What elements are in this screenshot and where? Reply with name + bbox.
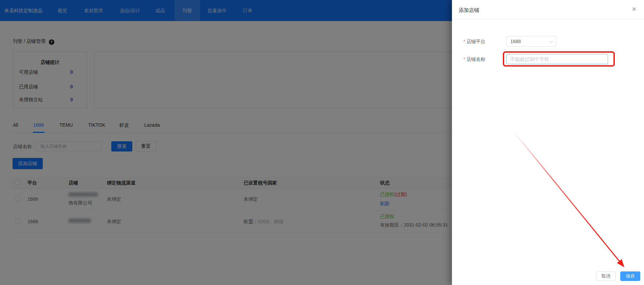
platform-field-label: *店铺平台	[463, 39, 485, 45]
chevron-down-icon	[549, 39, 552, 43]
platform-select-value: 1688	[510, 39, 521, 44]
save-button[interactable]: 保存	[620, 271, 640, 281]
cancel-button[interactable]: 取消	[596, 271, 616, 281]
required-asterisk: *	[463, 39, 465, 44]
store-name-field-label: *店铺名称	[463, 56, 485, 63]
drawer-title: 添加店铺	[459, 7, 479, 14]
close-icon[interactable]: ✕	[632, 6, 637, 12]
drawer-header: 添加店铺 ✕	[452, 0, 644, 19]
required-asterisk: *	[463, 56, 465, 62]
add-store-drawer: 添加店铺 ✕ *店铺平台 1688 *店铺名称 取消 保存	[452, 0, 644, 285]
store-name-input[interactable]	[506, 54, 608, 64]
platform-select[interactable]: 1688	[506, 36, 556, 47]
